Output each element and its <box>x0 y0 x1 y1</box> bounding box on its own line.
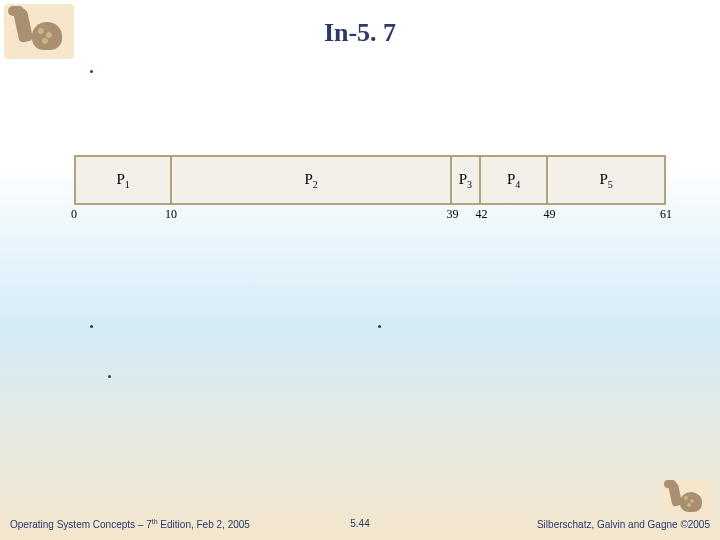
dinosaur-icon <box>664 480 676 488</box>
gantt-segment-label: P2 <box>304 171 317 190</box>
dinosaur-icon <box>8 6 24 16</box>
gantt-segment: P1 <box>76 157 172 203</box>
slide: In-5. 7 P1P2P3P4P5 01039424961 Operating… <box>0 0 720 540</box>
gantt-tick-label: 42 <box>476 207 488 222</box>
gantt-bar: P1P2P3P4P5 <box>74 155 666 205</box>
gantt-segment-label: P3 <box>459 171 472 190</box>
gantt-tick-label: 61 <box>660 207 672 222</box>
footer-left-text-b: Edition, Feb 2, 2005 <box>158 519 250 530</box>
footer-right: Silberschatz, Galvin and Gagne ©2005 <box>370 519 710 530</box>
gantt-tick-label: 10 <box>165 207 177 222</box>
gantt-segment-label: P1 <box>117 171 130 190</box>
gantt-segment-subscript: 4 <box>515 179 520 190</box>
gantt-tick-label: 0 <box>71 207 77 222</box>
footer: Operating System Concepts – 7th Edition,… <box>0 494 720 534</box>
gantt-axis: 01039424961 <box>74 207 666 223</box>
footer-left-text-a: Operating System Concepts – 7 <box>10 519 152 530</box>
gantt-segment: P4 <box>481 157 548 203</box>
footer-right-text-c: 2005 <box>688 519 710 530</box>
gantt-chart: P1P2P3P4P5 01039424961 <box>74 155 666 223</box>
bullet-icon <box>90 325 93 328</box>
gantt-segment-subscript: 5 <box>608 179 613 190</box>
gantt-segment-subscript: 3 <box>467 179 472 190</box>
gantt-tick-label: 39 <box>446 207 458 222</box>
gantt-segment-subscript: 2 <box>313 179 318 190</box>
bullet-icon <box>108 375 111 378</box>
gantt-segment-label: P5 <box>599 171 612 190</box>
slide-title: In-5. 7 <box>0 18 720 48</box>
footer-page-number: 5.44 <box>350 518 369 530</box>
gantt-segment: P2 <box>172 157 452 203</box>
gantt-tick-label: 49 <box>544 207 556 222</box>
footer-left: Operating System Concepts – 7th Edition,… <box>10 518 350 530</box>
bullet-icon <box>378 325 381 328</box>
gantt-segment-label: P4 <box>507 171 520 190</box>
bullet-icon <box>90 70 93 73</box>
gantt-segment: P5 <box>548 157 664 203</box>
gantt-segment: P3 <box>452 157 481 203</box>
copyright-icon: © <box>680 519 687 530</box>
footer-right-text-a: Silberschatz, Galvin and Gagne <box>537 519 680 530</box>
gantt-segment-subscript: 1 <box>125 179 130 190</box>
